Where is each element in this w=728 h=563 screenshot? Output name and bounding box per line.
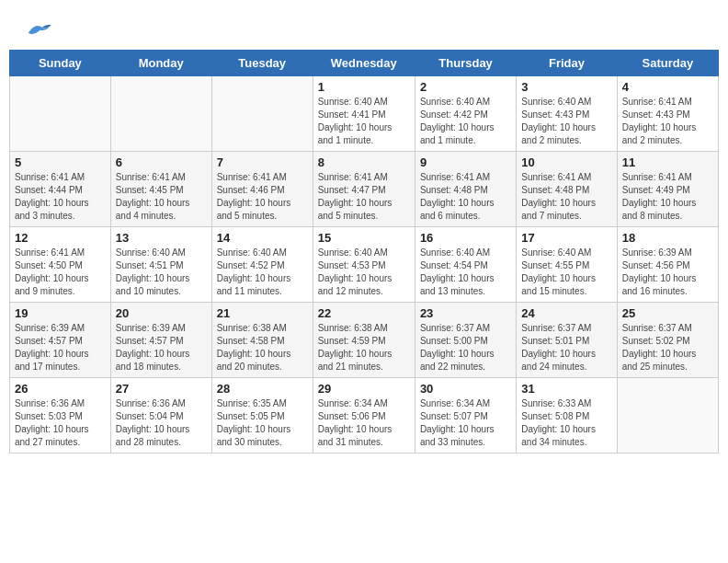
day-info: Sunrise: 6:40 AM Sunset: 4:54 PM Dayligh… (420, 247, 511, 298)
calendar-day-cell: 13Sunrise: 6:40 AM Sunset: 4:51 PM Dayli… (110, 227, 211, 303)
calendar-day-cell: 6Sunrise: 6:41 AM Sunset: 4:45 PM Daylig… (110, 152, 211, 227)
calendar-day-cell: 18Sunrise: 6:39 AM Sunset: 4:56 PM Dayli… (617, 227, 718, 303)
calendar-day-cell: 23Sunrise: 6:37 AM Sunset: 5:00 PM Dayli… (415, 303, 516, 378)
day-number: 20 (116, 306, 207, 320)
day-number: 4 (622, 80, 713, 94)
calendar-day-header: Friday (517, 51, 617, 76)
calendar-week-row: 19Sunrise: 6:39 AM Sunset: 4:57 PM Dayli… (10, 303, 719, 378)
day-number: 1 (318, 80, 410, 94)
day-number: 8 (318, 155, 410, 169)
day-info: Sunrise: 6:40 AM Sunset: 4:52 PM Dayligh… (217, 247, 308, 298)
calendar-day-header: Sunday (10, 51, 111, 76)
logo-bird-icon (25, 18, 52, 40)
calendar-day-cell: 12Sunrise: 6:41 AM Sunset: 4:50 PM Dayli… (10, 227, 111, 303)
day-info: Sunrise: 6:37 AM Sunset: 5:01 PM Dayligh… (521, 322, 611, 373)
day-info: Sunrise: 6:40 AM Sunset: 4:42 PM Dayligh… (420, 96, 511, 147)
page-header (9, 9, 719, 45)
day-number: 15 (318, 231, 410, 245)
day-info: Sunrise: 6:38 AM Sunset: 4:58 PM Dayligh… (217, 322, 308, 373)
day-info: Sunrise: 6:39 AM Sunset: 4:57 PM Dayligh… (116, 322, 207, 373)
calendar-day-cell: 9Sunrise: 6:41 AM Sunset: 4:48 PM Daylig… (415, 152, 516, 227)
calendar-day-cell: 14Sunrise: 6:40 AM Sunset: 4:52 PM Dayli… (211, 227, 313, 303)
calendar-day-cell: 7Sunrise: 6:41 AM Sunset: 4:46 PM Daylig… (211, 152, 313, 227)
calendar-day-cell: 1Sunrise: 6:40 AM Sunset: 4:41 PM Daylig… (313, 76, 415, 152)
day-info: Sunrise: 6:36 AM Sunset: 5:03 PM Dayligh… (15, 397, 106, 449)
day-info: Sunrise: 6:41 AM Sunset: 4:48 PM Dayligh… (521, 171, 611, 223)
day-number: 7 (217, 155, 308, 169)
calendar-day-cell (211, 76, 313, 152)
day-info: Sunrise: 6:41 AM Sunset: 4:47 PM Dayligh… (318, 171, 410, 223)
day-number: 25 (622, 306, 713, 320)
calendar-day-cell: 16Sunrise: 6:40 AM Sunset: 4:54 PM Dayli… (415, 227, 516, 303)
day-number: 6 (116, 155, 207, 169)
day-number: 27 (116, 382, 207, 396)
calendar-table: SundayMondayTuesdayWednesdayThursdayFrid… (9, 50, 719, 454)
calendar-day-cell: 2Sunrise: 6:40 AM Sunset: 4:42 PM Daylig… (415, 76, 516, 152)
day-number: 13 (116, 231, 207, 245)
day-number: 14 (217, 231, 308, 245)
calendar-day-cell: 27Sunrise: 6:36 AM Sunset: 5:04 PM Dayli… (110, 378, 211, 454)
calendar-day-cell: 29Sunrise: 6:34 AM Sunset: 5:06 PM Dayli… (313, 378, 415, 454)
calendar-day-cell (110, 76, 211, 152)
day-info: Sunrise: 6:41 AM Sunset: 4:49 PM Dayligh… (622, 171, 713, 223)
day-info: Sunrise: 6:37 AM Sunset: 5:02 PM Dayligh… (622, 322, 713, 373)
calendar-day-cell: 21Sunrise: 6:38 AM Sunset: 4:58 PM Dayli… (211, 303, 313, 378)
day-number: 24 (521, 306, 611, 320)
calendar-day-cell (10, 76, 111, 152)
calendar-week-row: 5Sunrise: 6:41 AM Sunset: 4:44 PM Daylig… (10, 152, 719, 227)
calendar-day-cell (617, 378, 718, 454)
calendar-week-row: 12Sunrise: 6:41 AM Sunset: 4:50 PM Dayli… (10, 227, 719, 303)
day-number: 3 (521, 80, 611, 94)
day-info: Sunrise: 6:40 AM Sunset: 4:41 PM Dayligh… (318, 96, 410, 147)
day-info: Sunrise: 6:39 AM Sunset: 4:56 PM Dayligh… (622, 247, 713, 298)
day-info: Sunrise: 6:33 AM Sunset: 5:08 PM Dayligh… (521, 397, 611, 449)
calendar-day-cell: 31Sunrise: 6:33 AM Sunset: 5:08 PM Dayli… (517, 378, 617, 454)
day-number: 16 (420, 231, 511, 245)
day-info: Sunrise: 6:36 AM Sunset: 5:04 PM Dayligh… (116, 397, 207, 449)
calendar-day-cell: 11Sunrise: 6:41 AM Sunset: 4:49 PM Dayli… (617, 152, 718, 227)
calendar-day-cell: 22Sunrise: 6:38 AM Sunset: 4:59 PM Dayli… (313, 303, 415, 378)
day-info: Sunrise: 6:37 AM Sunset: 5:00 PM Dayligh… (420, 322, 511, 373)
day-info: Sunrise: 6:40 AM Sunset: 4:53 PM Dayligh… (318, 247, 410, 298)
calendar-day-header: Thursday (415, 51, 516, 76)
day-number: 5 (15, 155, 106, 169)
day-number: 12 (15, 231, 106, 245)
day-info: Sunrise: 6:34 AM Sunset: 5:07 PM Dayligh… (420, 397, 511, 449)
calendar-day-cell: 5Sunrise: 6:41 AM Sunset: 4:44 PM Daylig… (10, 152, 111, 227)
calendar-header-row: SundayMondayTuesdayWednesdayThursdayFrid… (10, 51, 719, 76)
day-info: Sunrise: 6:41 AM Sunset: 4:50 PM Dayligh… (15, 247, 106, 298)
calendar-day-cell: 10Sunrise: 6:41 AM Sunset: 4:48 PM Dayli… (517, 152, 617, 227)
day-info: Sunrise: 6:41 AM Sunset: 4:44 PM Dayligh… (15, 171, 106, 223)
day-info: Sunrise: 6:39 AM Sunset: 4:57 PM Dayligh… (15, 322, 106, 373)
day-number: 11 (622, 155, 713, 169)
calendar-day-cell: 24Sunrise: 6:37 AM Sunset: 5:01 PM Dayli… (517, 303, 617, 378)
day-number: 9 (420, 155, 511, 169)
day-number: 22 (318, 306, 410, 320)
calendar-day-cell: 28Sunrise: 6:35 AM Sunset: 5:05 PM Dayli… (211, 378, 313, 454)
day-info: Sunrise: 6:40 AM Sunset: 4:51 PM Dayligh… (116, 247, 207, 298)
day-info: Sunrise: 6:41 AM Sunset: 4:46 PM Dayligh… (217, 171, 308, 223)
day-info: Sunrise: 6:41 AM Sunset: 4:43 PM Dayligh… (622, 96, 713, 147)
day-number: 19 (15, 306, 106, 320)
day-info: Sunrise: 6:40 AM Sunset: 4:43 PM Dayligh… (521, 96, 611, 147)
calendar-day-cell: 15Sunrise: 6:40 AM Sunset: 4:53 PM Dayli… (313, 227, 415, 303)
calendar-day-header: Tuesday (211, 51, 313, 76)
calendar-day-header: Saturday (617, 51, 718, 76)
day-info: Sunrise: 6:38 AM Sunset: 4:59 PM Dayligh… (318, 322, 410, 373)
calendar-day-cell: 3Sunrise: 6:40 AM Sunset: 4:43 PM Daylig… (517, 76, 617, 152)
calendar-week-row: 26Sunrise: 6:36 AM Sunset: 5:03 PM Dayli… (10, 378, 719, 454)
day-info: Sunrise: 6:41 AM Sunset: 4:45 PM Dayligh… (116, 171, 207, 223)
day-info: Sunrise: 6:41 AM Sunset: 4:48 PM Dayligh… (420, 171, 511, 223)
day-info: Sunrise: 6:34 AM Sunset: 5:06 PM Dayligh… (318, 397, 410, 449)
day-number: 21 (217, 306, 308, 320)
day-info: Sunrise: 6:40 AM Sunset: 4:55 PM Dayligh… (521, 247, 611, 298)
day-number: 2 (420, 80, 511, 94)
calendar-day-cell: 26Sunrise: 6:36 AM Sunset: 5:03 PM Dayli… (10, 378, 111, 454)
day-number: 31 (521, 382, 611, 396)
day-number: 28 (217, 382, 308, 396)
calendar-day-header: Monday (110, 51, 211, 76)
day-number: 10 (521, 155, 611, 169)
calendar-day-cell: 4Sunrise: 6:41 AM Sunset: 4:43 PM Daylig… (617, 76, 718, 152)
calendar-day-cell: 20Sunrise: 6:39 AM Sunset: 4:57 PM Dayli… (110, 303, 211, 378)
day-number: 29 (318, 382, 410, 396)
